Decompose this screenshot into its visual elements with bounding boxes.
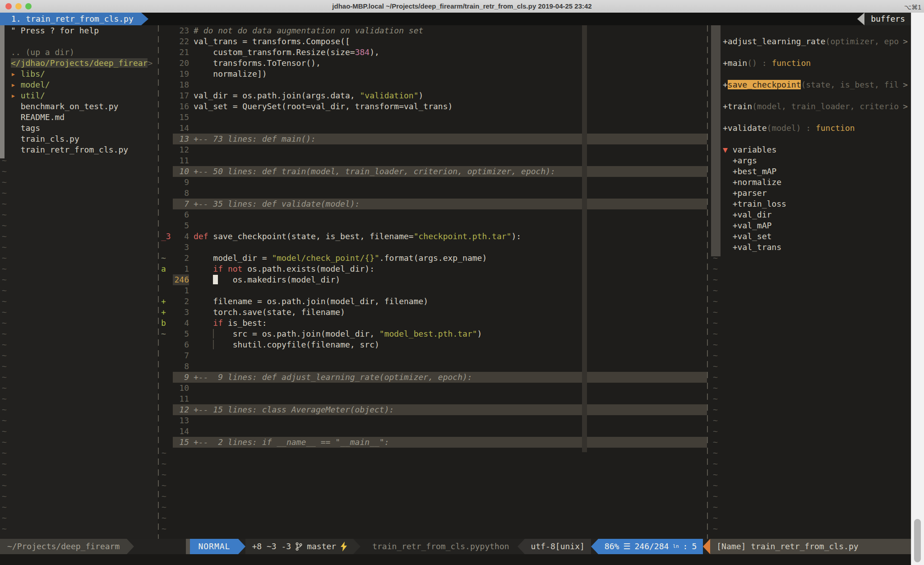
tag-item[interactable]: +best_mAP [711,166,911,177]
window-separator-left[interactable] [158,25,159,539]
code-line[interactable]: _34def save_checkpoint(state, is_best, f… [160,231,707,242]
tree-item[interactable]: ▸ util/ [0,90,158,101]
code-line[interactable]: 18 [160,79,707,90]
code-line[interactable]: 21 custom_transform.Resize(size=384), [160,47,707,58]
tag-item[interactable]: +val_trans [711,242,911,253]
code-line[interactable]: 17val_dir = os.path.join(args.data, "val… [160,90,707,101]
window-separator-right[interactable] [707,25,708,539]
tag-item[interactable] [711,69,911,79]
editor-panel: 23# do not do data augmentation on valid… [160,25,707,539]
folded-code-line[interactable]: 9+-- 9 lines: def adjust_learning_rate(o… [160,372,707,383]
close-button[interactable] [5,3,12,9]
zoom-button[interactable] [25,3,32,9]
code-line[interactable]: 22val_trans = transforms.Compose([ [160,36,707,47]
tree-item[interactable] [0,36,158,47]
folded-code-line[interactable]: 12+-- 15 lines: class AverageMeter(objec… [160,404,707,415]
code-line[interactable]: 14 [160,123,707,134]
code-line[interactable]: 19 normalize]) [160,69,707,79]
tree-item[interactable]: train_retr_from_cls.py [0,144,158,155]
code-line[interactable]: 15 [160,112,707,123]
code-line[interactable]: 12 [160,144,707,155]
tree-item[interactable]: ▸ model/ [0,79,158,90]
code-line[interactable]: a1 if not os.path.exists(model_dir): [160,264,707,274]
tree-item[interactable]: " Press ? for help [0,25,158,36]
folded-code-line[interactable]: 15+-- 2 lines: if __name__ == "__main__"… [160,437,707,448]
tag-item[interactable] [711,47,911,58]
tree-item[interactable]: train_cls.py [0,134,158,144]
code-line[interactable]: 11 [160,394,707,404]
code-line[interactable]: ~2 model_dir = "model/check_point/{}".fo… [160,253,707,264]
code-line[interactable]: +2 filename = os.path.join(model_dir, fi… [160,296,707,307]
statusline-tree-path: ~/Projects/deep_firearm [0,539,127,554]
tree-item[interactable]: ▸ libs/ [0,69,158,79]
tag-item[interactable]: +train_loss [711,199,911,209]
editor-scrollbar[interactable] [582,25,587,452]
empty-line-tilde: ~ [0,318,158,329]
code-line[interactable]: b4 if is_best: [160,318,707,329]
tag-item[interactable]: +save_checkpoint(state, is_best, fil> [711,79,911,90]
tag-item[interactable]: +val_set [711,231,911,242]
code-line[interactable]: 20 transforms.ToTensor(), [160,58,707,69]
line-number: 21 [173,47,189,58]
line-number: 3 [173,307,189,318]
tree-item[interactable]: </jdhao/Projects/deep_firear> [0,58,158,69]
folded-code-line[interactable]: 13+-- 73 lines: def main(): [160,134,707,144]
code-line[interactable]: 16val_set = QuerySet(root=val_dir, trans… [160,101,707,112]
tag-item[interactable]: +train(model, train_loader, criterio> [711,101,911,112]
statusline: ~/Projects/deep_firearm NORMAL +8 ~3 -3 … [0,539,911,554]
code-line[interactable]: 8 [160,361,707,372]
folded-code-line[interactable]: 7+-- 35 lines: def validate(model): [160,199,707,209]
tag-item[interactable] [711,112,911,123]
code-line[interactable]: 6 shutil.copyfile(filename, src) [160,339,707,350]
scroll-percent: 86% [605,539,619,554]
macos-scrollbar-track[interactable] [911,13,924,565]
code-line[interactable]: 9 [160,177,707,188]
tagbar-scrollbar[interactable] [711,25,721,256]
code-line[interactable]: 14 [160,426,707,437]
code-line[interactable]: 7 [160,350,707,361]
code-line[interactable]: 5 [160,220,707,231]
tag-item[interactable] [711,25,911,36]
empty-line-tilde: ~ [0,502,158,513]
code-line[interactable]: 23# do not do data augmentation on valid… [160,25,707,36]
code-line[interactable]: 6 [160,209,707,220]
tag-item[interactable]: +val_dir [711,209,911,220]
tag-item[interactable] [711,90,911,101]
code-line[interactable]: ~5 src = os.path.join(model_dir, "model_… [160,329,707,339]
nerdtree-scrollbar[interactable] [0,25,5,158]
empty-line-tilde: ~ [711,318,911,329]
tree-item[interactable]: tags [0,123,158,134]
empty-line-tilde: ~ [711,329,911,339]
tag-item[interactable]: +validate(model) : function [711,123,911,134]
tag-item[interactable]: ▼ variables [711,144,911,155]
command-line[interactable] [0,554,924,565]
minimize-button[interactable] [15,3,22,9]
file-segment: train_retr_from_cls.py python [360,539,517,554]
code-line[interactable]: 10 [160,383,707,394]
code-line[interactable]: 3 [160,242,707,253]
line-number: 12 [173,404,189,415]
code-line[interactable]: 246 os.makedirs(model_dir) [160,274,707,285]
tag-item[interactable]: +main() : function [711,58,911,69]
code-line[interactable]: 8 [160,188,707,199]
tag-item[interactable] [711,134,911,144]
tag-item[interactable]: +args [711,155,911,166]
tree-item[interactable]: benchmark_on_test.py [0,101,158,112]
macos-scrollbar-thumb[interactable] [914,519,921,562]
empty-line-tilde: ~ [160,448,707,458]
tree-item[interactable]: .. (up a dir) [0,47,158,58]
tree-item[interactable]: README.md [0,112,158,123]
tag-item[interactable]: +normalize [711,177,911,188]
tag-item[interactable]: +adjust_learning_rate(optimizer, epo> [711,36,911,47]
tag-item[interactable]: +val_mAP [711,220,911,231]
tag-item[interactable]: +parser [711,188,911,199]
folded-code-line[interactable]: 10+-- 50 lines: def train(model, train_l… [160,166,707,177]
line-number: 10 [173,383,189,394]
code-line[interactable]: 1 [160,285,707,296]
code-line[interactable]: +3 torch.save(state, filename) [160,307,707,318]
code-line[interactable]: 13 [160,415,707,426]
code-line[interactable]: 11 [160,155,707,166]
mode-indicator: NORMAL [190,539,238,554]
line-number: 1 [173,285,189,296]
tab-train-retr-from-cls[interactable]: 1. train_retr_from_cls.py [0,13,141,25]
